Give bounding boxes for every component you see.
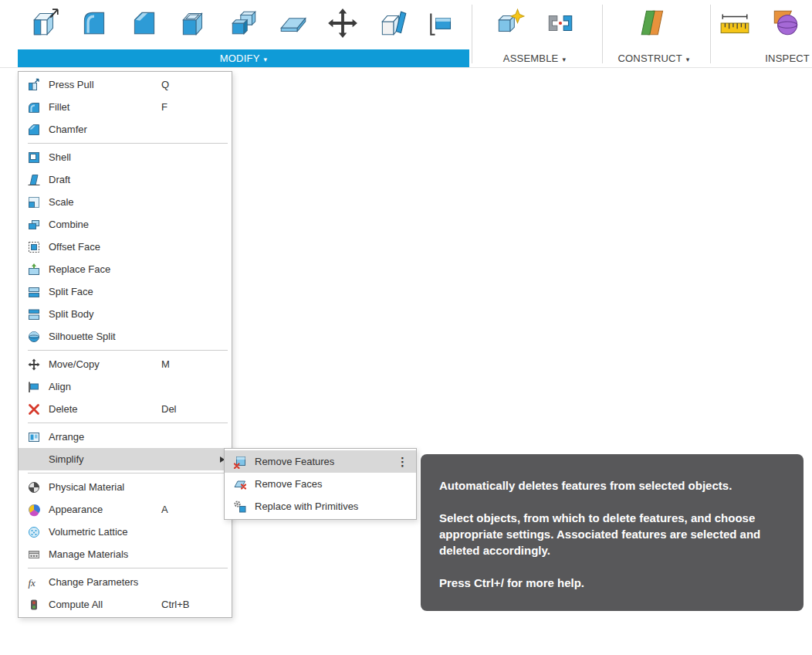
menu-item-silhouette-split[interactable]: Silhouette Split: [19, 325, 232, 348]
toolbar-button-press-pull[interactable]: [29, 8, 61, 41]
physical-material-icon: [26, 480, 42, 494]
tab-construct[interactable]: CONSTRUCT▾: [600, 49, 708, 67]
menu-item-split-body[interactable]: Split Body: [19, 303, 232, 325]
menu-item-label: Draft: [49, 174, 70, 185]
menu-item-change-parameters[interactable]: fxChange Parameters: [19, 571, 232, 593]
menu-item-shell[interactable]: Shell: [19, 146, 232, 168]
tab-assemble[interactable]: ASSEMBLE▾: [469, 49, 600, 67]
menu-item-label: Chamfer: [49, 124, 87, 135]
menu-item-fillet[interactable]: FilletF: [19, 96, 232, 118]
manage-materials-icon: [26, 548, 42, 562]
chevron-down-icon: ▾: [686, 56, 690, 63]
menu-item-simplify[interactable]: Simplify: [19, 448, 232, 470]
menu-item-label: Press Pull: [49, 79, 94, 90]
toolbar-button-new-component[interactable]: [493, 8, 526, 41]
press-pull-icon: [29, 7, 61, 42]
menu-item-label: Shell: [49, 151, 71, 163]
measure-icon: [719, 7, 751, 42]
menu-item-move-copy[interactable]: Move/CopyM: [19, 353, 232, 375]
menu-item-label: Remove Features: [255, 456, 334, 467]
tab-label: ASSEMBLE: [503, 53, 559, 64]
toolbar: MODIFY▾ASSEMBLE▾CONSTRUCT▾INSPECT: [0, 0, 812, 68]
scale-icon: [26, 195, 42, 209]
toolbar-button-measure[interactable]: [719, 8, 751, 41]
menu-item-replace-face[interactable]: Replace Face: [19, 258, 232, 280]
menu-separator: [19, 470, 232, 476]
menu-item-label: Combine: [49, 219, 89, 230]
menu-item-scale[interactable]: Scale: [19, 191, 232, 213]
split-face-icon: [26, 285, 42, 299]
menu-item-remove-faces[interactable]: Remove Faces: [225, 473, 416, 495]
toolbar-button-section-analysis[interactable]: [770, 8, 802, 41]
menu-item-chamfer[interactable]: Chamfer: [19, 118, 232, 141]
menu-item-compute-all[interactable]: Compute AllCtrl+B: [19, 593, 232, 616]
menu-item-split-face[interactable]: Split Face: [19, 280, 232, 303]
menu-item-label: Delete: [49, 403, 78, 415]
menu-item-arrange[interactable]: Arrange: [19, 426, 232, 448]
menu-item-combine[interactable]: Combine: [19, 213, 232, 236]
replace-with-primitives-icon: [232, 500, 248, 514]
toolbar-button-draft[interactable]: [377, 8, 409, 41]
menu-item-draft[interactable]: Draft: [19, 168, 232, 191]
menu-item-replace-with-primitives[interactable]: Replace with Primitives: [225, 495, 416, 518]
toolbar-button-move-copy[interactable]: [326, 8, 359, 41]
toolbar-button-construct-plane[interactable]: [638, 8, 670, 41]
menu-item-label: Silhouette Split: [49, 331, 116, 342]
menu-item-label: Remove Faces: [255, 478, 322, 490]
section-analysis-icon: [770, 7, 802, 42]
tooltip-paragraph: Press Ctrl+/ for more help.: [439, 575, 783, 591]
menu-item-manage-materials[interactable]: Manage Materials: [19, 543, 232, 565]
fillet-icon: [78, 7, 110, 42]
compute-all-icon: [26, 598, 42, 612]
menu-item-label: Offset Face: [49, 241, 100, 253]
menu-item-label: Fillet: [49, 101, 69, 113]
tooltip-paragraph: Select objects, from which to delete fea…: [439, 510, 783, 558]
tab-inspect[interactable]: INSPECT: [708, 49, 812, 67]
menu-item-label: Compute All: [49, 599, 103, 610]
menu-item-volumetric-lattice[interactable]: Volumetric Lattice: [19, 521, 232, 543]
menu-item-delete[interactable]: DeleteDel: [19, 398, 232, 420]
menu-item-shortcut: Ctrl+B: [161, 599, 189, 610]
new-component-icon: [493, 7, 526, 42]
move-copy-icon: [326, 7, 359, 42]
split-body-icon: [26, 307, 42, 321]
menu-item-press-pull[interactable]: Press PullQ: [19, 73, 232, 96]
toolbar-button-fillet[interactable]: [78, 8, 110, 41]
menu-item-remove-features[interactable]: Remove Features⋮: [225, 450, 416, 473]
menu-item-shortcut: Del: [161, 403, 177, 415]
menu-item-label: Move/Copy: [49, 358, 100, 370]
menu-item-label: Scale: [49, 196, 74, 208]
silhouette-split-icon: [26, 330, 42, 344]
menu-separator: [19, 420, 232, 426]
toolbar-group-assemble: ASSEMBLE▾: [469, 0, 600, 68]
align-icon: [26, 380, 42, 394]
menu-item-label: Replace with Primitives: [255, 501, 358, 512]
delete-icon: [26, 402, 42, 416]
shell-icon: [178, 7, 210, 42]
toolbar-button-shell[interactable]: [178, 8, 210, 41]
menu-item-align[interactable]: Align: [19, 375, 232, 398]
combine-icon: [228, 7, 260, 42]
toolbar-button-chamfer[interactable]: [128, 8, 161, 41]
menu-item-label: Replace Face: [49, 263, 110, 275]
toolbar-button-combine[interactable]: [228, 8, 260, 41]
modify-menu: Press PullQFilletFChamferShellDraftScale…: [18, 71, 232, 618]
fillet-icon: [26, 100, 42, 114]
tab-modify[interactable]: MODIFY▾: [18, 49, 469, 67]
align-icon: [426, 7, 458, 42]
menu-item-shortcut: M: [161, 358, 170, 370]
more-options-icon[interactable]: ⋮: [394, 454, 411, 469]
menu-item-physical-material[interactable]: Physical Material: [19, 476, 232, 498]
toolbar-button-align[interactable]: [426, 8, 458, 41]
menu-item-label: Split Body: [49, 308, 94, 320]
menu-item-label: Volumetric Lattice: [49, 526, 128, 538]
menu-item-appearance[interactable]: AppearanceA: [19, 498, 232, 521]
toolbar-button-joint[interactable]: [544, 8, 577, 41]
toolbar-button-split-body[interactable]: [277, 8, 310, 41]
menu-item-offset-face[interactable]: Offset Face: [19, 236, 232, 258]
replace-face-icon: [26, 263, 42, 277]
simplify-submenu: Remove Features⋮Remove FacesReplace with…: [224, 448, 417, 520]
chamfer-icon: [128, 7, 161, 42]
change-parameters-icon: fx: [26, 575, 42, 589]
volumetric-lattice-icon: [26, 525, 42, 539]
